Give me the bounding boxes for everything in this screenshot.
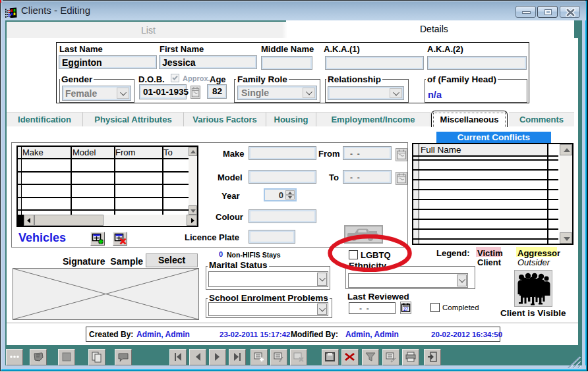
svg-text:27: 27: [403, 307, 409, 311]
